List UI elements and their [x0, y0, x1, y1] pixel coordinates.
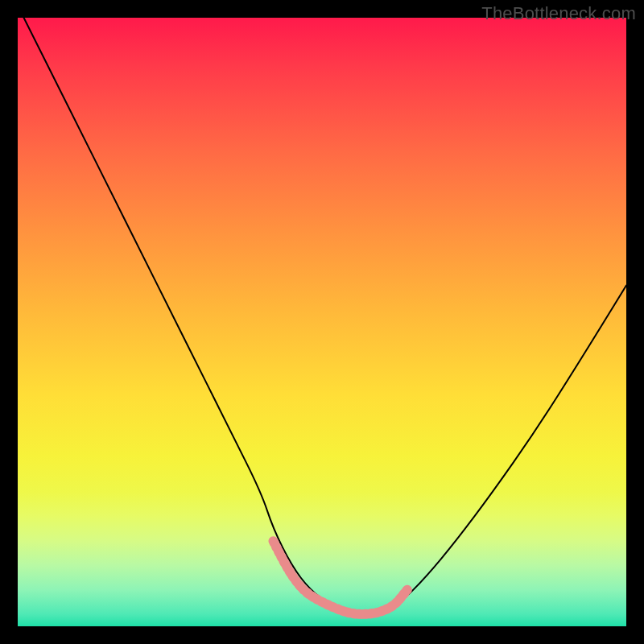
chart-frame: TheBottleneck.com: [0, 0, 644, 644]
watermark-text: TheBottleneck.com: [481, 3, 636, 24]
plot-area: [18, 18, 626, 626]
curve-layer: [18, 18, 626, 626]
bottleneck-curve-path: [24, 18, 626, 614]
optimal-highlight-path: [274, 541, 407, 614]
